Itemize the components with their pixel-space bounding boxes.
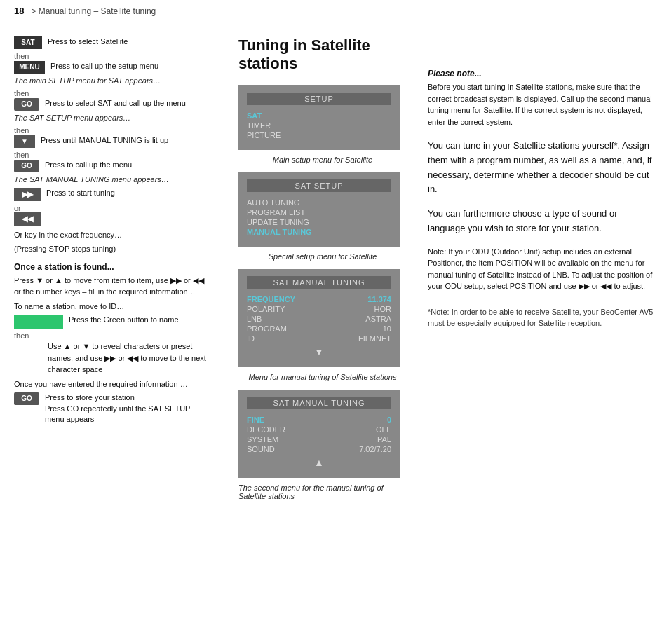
menu-item-frequency: FREQUENCY 11.374 bbox=[247, 294, 391, 304]
then-label-2: then bbox=[14, 89, 210, 97]
step-go2: GO Press to call up the menu bbox=[14, 160, 210, 172]
main-content: SAT Press to select Satellite then MENU … bbox=[0, 22, 669, 523]
menu-item-lnb: LNB ASTRA bbox=[247, 314, 391, 324]
then-label-3: then bbox=[14, 126, 210, 135]
step-down: ▼ Press until MANUAL TUNING is lit up bbox=[14, 135, 210, 148]
text-exact-frequency: Or key in the exact frequency… bbox=[14, 229, 210, 241]
step-text-store: Press to store your station Press GO rep… bbox=[45, 392, 210, 425]
then-label-1: then bbox=[14, 52, 210, 60]
page-title-area: Tuning in Satellite stations bbox=[238, 36, 407, 73]
please-note-text: Before you start tuning in Satellite sta… bbox=[428, 81, 655, 128]
menu-item-decoder: DECODER OFF bbox=[247, 425, 391, 434]
entered-text: Once you have entered the required infor… bbox=[14, 378, 210, 390]
step-text-green-name: Press the Green button to name bbox=[69, 315, 179, 325]
menu-setup-title: SETUP bbox=[247, 93, 391, 105]
menu-item-program: PROGRAM 10 bbox=[247, 324, 391, 334]
menu-item-timer: TIMER bbox=[247, 121, 391, 130]
menu-item-fine: FINE 0 bbox=[247, 415, 391, 425]
page-number: 18 bbox=[14, 6, 24, 16]
italic-text-3: The SAT MANUAL TUNING menu appears… bbox=[14, 175, 210, 184]
down-arrow-indicator: ▼ bbox=[247, 346, 391, 357]
text-stop-tuning: (Pressing STOP stops tuning) bbox=[14, 243, 210, 255]
menu-item-manual-tuning: MANUAL TUNING bbox=[247, 227, 391, 237]
menu-item-auto-tuning: AUTO TUNING bbox=[247, 198, 391, 207]
once-found-heading: Once a station is found... bbox=[14, 262, 210, 272]
step-go3: GO Press to store your station Press GO … bbox=[14, 392, 210, 425]
please-note-box: Please note... Before you start tuning i… bbox=[428, 69, 655, 128]
menu-setup-caption: Main setup menu for Satellite bbox=[238, 156, 407, 164]
menu-sat-manual2-title: SAT MANUAL TUNING bbox=[247, 397, 391, 409]
breadcrumb: > Manual tuning – Satellite tuning bbox=[31, 6, 156, 16]
then-label-4: then bbox=[14, 151, 210, 159]
step-ff: ▶▶ Press to start tuning bbox=[14, 188, 210, 201]
menu-button[interactable]: MENU bbox=[14, 61, 45, 74]
right-column: Please note... Before you start tuning i… bbox=[421, 36, 655, 509]
fast-forward-button[interactable]: ▶▶ bbox=[14, 188, 41, 201]
para-sound-language: You can furthermore choose a type of sou… bbox=[428, 207, 655, 236]
menu-sat-manual2-box: SAT MANUAL TUNING FINE 0 DECODER OFF SYS… bbox=[238, 390, 400, 478]
or-label-1: or bbox=[14, 204, 210, 212]
menu-item-id: ID FILMNET bbox=[247, 334, 391, 343]
left-column: SAT Press to select Satellite then MENU … bbox=[14, 36, 224, 509]
menu-item-picture: PICTURE bbox=[247, 130, 391, 140]
reveal-text: Use ▲ or ▼ to reveal characters or prese… bbox=[48, 341, 210, 376]
green-button[interactable] bbox=[14, 315, 63, 329]
menu-sat-manual2-caption: The second menu for the manual tuning of… bbox=[238, 484, 407, 500]
name-station-text: To name a station, move to ID… bbox=[14, 301, 210, 313]
please-note-title: Please note... bbox=[428, 69, 655, 78]
menu-item-sat: SAT bbox=[247, 111, 391, 121]
page-title: Tuning in Satellite stations bbox=[238, 36, 407, 73]
menu-sat-setup-title: SAT SETUP bbox=[247, 179, 391, 192]
note-odu: Note: If your ODU (Outdoor Unit) setup i… bbox=[428, 246, 655, 292]
page-header: 18 > Manual tuning – Satellite tuning bbox=[0, 0, 669, 22]
menu-item-system: SYSTEM PAL bbox=[247, 434, 391, 444]
menu-sat-setup-caption: Special setup menu for Satellite bbox=[238, 252, 407, 261]
step-menu: MENU Press to call up the setup menu bbox=[14, 61, 210, 74]
menu-sat-setup-box: SAT SETUP AUTO TUNING PROGRAM LIST UPDAT… bbox=[238, 172, 400, 247]
menu-item-update-tuning: UPDATE TUNING bbox=[247, 217, 391, 227]
menu-item-sound: SOUND 7.02/7.20 bbox=[247, 444, 391, 454]
sat-button[interactable]: SAT bbox=[14, 36, 42, 49]
footnote-satellite: *Note: In order to be able to receive Sa… bbox=[428, 306, 655, 329]
menu-item-polarity: POLARITY HOR bbox=[247, 304, 391, 314]
step-sat: SAT Press to select Satellite bbox=[14, 36, 210, 49]
go-button-2[interactable]: GO bbox=[14, 160, 39, 172]
down-button[interactable]: ▼ bbox=[14, 135, 35, 148]
italic-text-1: The main SETUP menu for SAT appears… bbox=[14, 76, 210, 85]
rewind-button[interactable]: ◀◀ bbox=[14, 212, 41, 226]
up-arrow-indicator: ▲ bbox=[247, 457, 391, 468]
center-column: Tuning in Satellite stations SETUP SAT T… bbox=[224, 36, 421, 509]
menu-sat-manual-box: SAT MANUAL TUNING FREQUENCY 11.374 POLAR… bbox=[238, 269, 400, 367]
step-green: Press the Green button to name bbox=[14, 315, 210, 329]
step-text-start-tuning: Press to start tuning bbox=[46, 188, 115, 198]
step-go1: GO Press to select SAT and call up the m… bbox=[14, 98, 210, 111]
step-text-call-menu: Press to call up the menu bbox=[45, 160, 132, 170]
para-tune-in: You can tune in your Satellite stations … bbox=[428, 139, 655, 197]
menu-item-program-list: PROGRAM LIST bbox=[247, 207, 391, 217]
step-text-select-satellite: Press to select Satellite bbox=[48, 36, 128, 47]
once-found-text: Press ▼ or ▲ to move from item to item, … bbox=[14, 275, 210, 298]
menu-sat-manual-caption: Menu for manual tuning of Satellite stat… bbox=[238, 373, 407, 381]
menu-sat-manual-title: SAT MANUAL TUNING bbox=[247, 276, 391, 289]
go-button-3[interactable]: GO bbox=[14, 392, 39, 405]
italic-text-2: The SAT SETUP menu appears… bbox=[14, 114, 210, 122]
step-text-setup-menu: Press to call up the setup menu bbox=[50, 61, 158, 71]
step-text-manual-tuning: Press until MANUAL TUNING is lit up bbox=[41, 135, 168, 146]
step-rew: ◀◀ bbox=[14, 212, 210, 226]
step-text-select-sat: Press to select SAT and call up the menu bbox=[45, 98, 186, 109]
menu-setup-box: SETUP SAT TIMER PICTURE bbox=[238, 85, 400, 150]
then-label-5: then bbox=[14, 331, 210, 340]
go-button-1[interactable]: GO bbox=[14, 98, 39, 111]
